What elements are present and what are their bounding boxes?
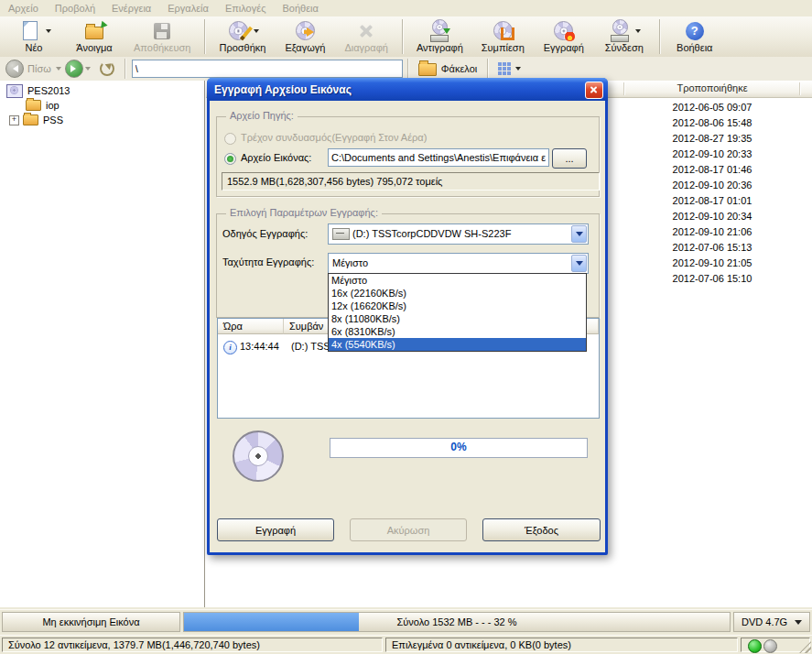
green-status-light-icon: [748, 639, 762, 653]
file-row[interactable]: 2012-09-10 20:34: [625, 209, 799, 224]
toolbar-copy-button[interactable]: Αντιγραφή: [407, 16, 472, 57]
browse-button[interactable]: ...: [552, 148, 587, 169]
forward-button[interactable]: [65, 60, 83, 78]
toolbar-compress-button[interactable]: Συμπίεση: [472, 16, 534, 57]
speed-option[interactable]: 12x (16620KB/s): [329, 300, 586, 312]
delete-x-icon: [353, 20, 379, 42]
gray-status-light-icon: [763, 639, 777, 653]
toolbar-add-button[interactable]: Προσθήκη: [210, 16, 275, 57]
speed-label: Ταχύτητα Εγγραφής:: [222, 256, 314, 267]
mount-dropdown-arrow-icon[interactable]: [635, 29, 641, 36]
toolbar-separator: [659, 19, 660, 54]
tree-item-iop[interactable]: iop: [0, 98, 204, 113]
speed-option[interactable]: 8x (11080KB/s): [329, 312, 586, 325]
dialog-body: Αρχείο Πηγής: Τρέχον συνδυασμός(Εγγραφή …: [210, 101, 605, 552]
menu-help[interactable]: Βοήθεια: [274, 0, 326, 16]
save-floppy-icon: [149, 20, 175, 42]
file-row[interactable]: 2012-09-10 20:36: [625, 178, 799, 193]
media-type-select[interactable]: DVD 4.7G: [733, 612, 810, 632]
application-window: Αρχείο Προβολή Ενέργεια Εργαλεία Επιλογέ…: [0, 0, 812, 654]
speed-combobox[interactable]: Μέγιστο: [328, 253, 589, 274]
grid-view-icon: [498, 62, 511, 75]
file-row[interactable]: 2012-08-06 15:48: [625, 115, 799, 131]
dialog-title-bar[interactable]: Εγγραφή Αρχείου Εικόνας: [207, 78, 608, 101]
expand-plus-icon[interactable]: +: [9, 115, 19, 125]
menu-options[interactable]: Επιλογές: [217, 0, 275, 16]
file-row[interactable]: 2012-07-06 15:10: [625, 271, 799, 287]
toolbar-mount-button[interactable]: Σύνδεση: [594, 16, 655, 57]
current-compilation-radio: [224, 133, 236, 145]
log-time-column-header[interactable]: Ώρα: [218, 319, 284, 334]
new-dropdown-arrow-icon[interactable]: [46, 29, 51, 36]
image-file-label: Αρχείο Εικόνας:: [241, 152, 311, 163]
speed-option[interactable]: Μέγιστο: [329, 274, 586, 287]
menu-tools[interactable]: Εργαλεία: [159, 0, 217, 16]
folders-icon: [418, 63, 437, 76]
drive-label: Οδηγός Εγγραφής:: [222, 228, 308, 239]
file-row[interactable]: 2012-08-27 19:35: [625, 131, 799, 147]
compress-clamp-icon: [490, 20, 515, 42]
status-selected: Επιλεγμένα 0 αντικείμενα, 0 KB(0 bytes): [385, 638, 738, 652]
file-row[interactable]: 2012-09-10 20:33: [625, 147, 799, 162]
image-path-input[interactable]: [328, 148, 549, 167]
column-divider[interactable]: [799, 82, 800, 95]
navbar-separator: [487, 59, 488, 79]
speed-option[interactable]: 6x (8310KB/s): [329, 325, 586, 338]
cd-drive-icon: [332, 228, 350, 240]
file-row[interactable]: 2012-09-10 21:06: [625, 224, 799, 240]
drive-combobox[interactable]: (D:) TSSTcorpCDDVDW SH-S223F: [328, 223, 589, 245]
menu-action[interactable]: Ενέργεια: [103, 0, 159, 16]
file-row[interactable]: 2012-06-05 09:07: [625, 100, 799, 115]
burn-progress-bar: 0%: [330, 438, 588, 458]
forward-arrow-icon: [70, 65, 80, 72]
toolbar-help-button[interactable]: ? Βοήθεια: [665, 16, 725, 57]
toolbar-new-button[interactable]: Νέο: [4, 16, 64, 57]
file-row[interactable]: 2012-09-10 21:05: [625, 256, 799, 271]
modified-column-header[interactable]: Τροποποιήθηκε: [625, 81, 799, 96]
add-dropdown-arrow-icon[interactable]: [254, 29, 259, 36]
modified-dates-column: 2012-06-05 09:07 2012-08-06 15:48 2012-0…: [625, 100, 799, 287]
tree-item-pes2013[interactable]: PES2013: [0, 83, 204, 98]
toolbar-extract-button[interactable]: Εξαγωγή: [275, 16, 335, 57]
column-divider[interactable]: [623, 82, 624, 95]
view-mode-button[interactable]: [493, 60, 526, 77]
media-dropdown-arrow-icon[interactable]: [795, 620, 802, 628]
exit-button[interactable]: Έξοδος: [482, 518, 601, 541]
folder-tree-panel: PES2013 iop + PSS: [0, 81, 205, 607]
speed-option-selected[interactable]: 4x (5540KB/s): [329, 338, 586, 351]
navbar-separator: [125, 59, 125, 79]
menu-view[interactable]: Προβολή: [47, 0, 103, 16]
address-input[interactable]: [132, 60, 403, 78]
burn-button[interactable]: Εγγραφή: [217, 518, 334, 541]
toolbar-open-button[interactable]: Άνοιγμα: [64, 16, 125, 57]
speed-option[interactable]: 16x (22160KB/s): [329, 287, 586, 300]
up-level-icon[interactable]: [100, 61, 114, 76]
back-button: [5, 60, 24, 78]
file-row[interactable]: 2012-08-17 01:01: [625, 193, 799, 209]
back-dropdown-arrow-icon[interactable]: [56, 67, 61, 73]
file-row[interactable]: 2012-08-17 01:46: [625, 162, 799, 178]
add-to-image-icon: [225, 20, 251, 42]
burn-progress-text: 0%: [330, 439, 587, 456]
file-row[interactable]: 2012-07-06 15:13: [625, 240, 799, 256]
params-group-caption: Επιλογή Παραμέτρων Εγγραφής:: [226, 207, 382, 218]
new-document-icon: [17, 20, 43, 42]
copy-disc-icon: [427, 20, 452, 42]
menu-file[interactable]: Αρχείο: [0, 0, 47, 16]
info-balloon-icon: i: [223, 341, 237, 354]
disc-image-icon: [6, 84, 23, 98]
dialog-title: Εγγραφή Αρχείου Εικόνας: [214, 83, 352, 96]
image-file-radio[interactable]: [224, 153, 236, 165]
folders-button[interactable]: Φάκελοι: [413, 60, 482, 78]
view-dropdown-arrow-icon[interactable]: [515, 67, 521, 73]
dialog-close-button[interactable]: [585, 82, 603, 99]
speed-combo-arrow-icon[interactable]: [571, 255, 587, 272]
burn-flame-icon: [551, 20, 577, 42]
forward-dropdown-arrow-icon[interactable]: [85, 67, 91, 73]
back-arrow-icon: [9, 65, 18, 72]
drive-combo-arrow-icon[interactable]: [571, 225, 587, 243]
burn-image-dialog: Εγγραφή Αρχείου Εικόνας Αρχείο Πηγής: Τρ…: [207, 78, 608, 555]
tree-item-pss[interactable]: + PSS: [0, 113, 204, 127]
toolbar-burn-button[interactable]: Εγγραφή: [534, 16, 594, 57]
main-toolbar: Νέο Άνοιγμα Αποθήκευση Προσθήκη Εξαγωγή …: [0, 16, 812, 58]
